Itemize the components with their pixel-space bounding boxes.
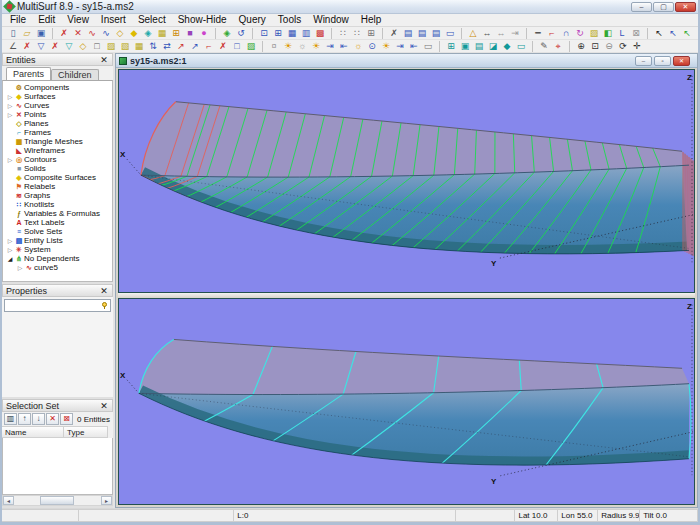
menu-help[interactable]: Help — [355, 14, 388, 26]
window-view-2-icon[interactable]: ⊞ — [271, 27, 285, 39]
arc-tool-icon[interactable]: ∩ — [559, 27, 573, 39]
revsurf-tool-icon[interactable]: ◈ — [141, 27, 155, 39]
menu-insert[interactable]: Insert — [95, 14, 132, 26]
drop-entity-icon[interactable]: ◈ — [220, 27, 234, 39]
entities-panel-header[interactable]: Entities ✕ — [2, 53, 113, 66]
open-folder-icon[interactable]: ▱ — [20, 27, 34, 39]
undo-icon[interactable]: ↺ — [234, 27, 248, 39]
tree-expander-icon[interactable]: ▷ — [6, 237, 14, 244]
tab-stop-icon[interactable]: ⇥ — [508, 27, 522, 39]
hull-3d-smooth-view[interactable]: ZXY — [119, 299, 694, 504]
swap-horz-icon[interactable]: ⇄ — [160, 40, 174, 52]
window-view-active-icon[interactable]: ▩ — [313, 27, 327, 39]
measure-triangle-icon[interactable]: △ — [466, 27, 480, 39]
visibility-note-icon[interactable]: ▭ — [421, 40, 435, 52]
corner-tool-icon[interactable]: ⌐ — [202, 40, 216, 52]
viewport-top[interactable]: ZXY — [118, 69, 695, 293]
column-header-name[interactable]: Name — [2, 426, 64, 438]
angle-snap-icon[interactable]: ∠ — [6, 40, 20, 52]
menu-edit[interactable]: Edit — [32, 14, 61, 26]
tree-item-wireframes[interactable]: ◣Wireframes — [3, 146, 112, 155]
scroll-thumb[interactable] — [40, 496, 74, 505]
surface-tool-icon[interactable]: ◇ — [113, 27, 127, 39]
half-shade-icon[interactable]: ◧ — [601, 27, 615, 39]
tree-expander-icon[interactable]: ▷ — [6, 156, 14, 163]
remove-all-icon[interactable]: ⊠ — [60, 413, 73, 425]
note-balloon-icon[interactable]: ▭ — [443, 27, 457, 39]
hatch-2-icon[interactable]: ▧ — [118, 40, 132, 52]
slab-surface-icon[interactable]: ▭ — [514, 40, 528, 52]
surface-tool-2-icon[interactable]: ◆ — [127, 27, 141, 39]
tri-down-blue-icon[interactable]: ▽ — [34, 40, 48, 52]
show-entity-icon[interactable]: ☀ — [281, 40, 295, 52]
tree-expander-icon[interactable]: ▷ — [6, 111, 14, 118]
pan-view-icon[interactable]: ✛ — [630, 40, 644, 52]
dup-surface-icon[interactable]: ▤ — [472, 40, 486, 52]
tree-item-surfaces[interactable]: ▷◆Surfaces — [3, 92, 112, 101]
menu-show-hide[interactable]: Show-Hide — [172, 14, 233, 26]
dim-extend-icon[interactable]: ↔ — [494, 27, 508, 39]
solid-tool-icon[interactable]: ⊞ — [169, 27, 183, 39]
grid-dots-2-icon[interactable]: ∷ — [350, 27, 364, 39]
maximize-button[interactable]: ▢ — [653, 2, 674, 12]
rotate-view-icon[interactable]: ⟳ — [616, 40, 630, 52]
menu-query[interactable]: Query — [233, 14, 272, 26]
scroll-right-icon[interactable]: ▸ — [101, 496, 112, 505]
show-point-icon[interactable]: ⊙ — [365, 40, 379, 52]
point-tool-icon[interactable]: ✕ — [71, 27, 85, 39]
corner-surface-icon[interactable]: ◪ — [486, 40, 500, 52]
show-next-icon[interactable]: ⇥ — [323, 40, 337, 52]
tree-expander-icon[interactable]: ◢ — [6, 255, 14, 262]
document-title-bar[interactable]: sy15-a.ms2:1 – ▫ ✕ — [116, 54, 697, 68]
properties-panel-header[interactable]: Properties ✕ — [2, 284, 113, 297]
tree-expander-icon[interactable]: ▷ — [6, 93, 14, 100]
zoom-in-icon[interactable]: ⊕ — [574, 40, 588, 52]
copy-surface-icon[interactable]: ⊞ — [444, 40, 458, 52]
pointer-entity-icon[interactable]: ↖ — [680, 27, 694, 39]
probe-target-icon[interactable]: ⌖ — [551, 40, 565, 52]
pin-icon[interactable] — [101, 302, 108, 309]
snake-tool-icon[interactable]: ∿ — [99, 27, 113, 39]
viewport-bottom[interactable]: ZXY — [118, 298, 695, 505]
del-mark-icon[interactable]: ✗ — [216, 40, 230, 52]
del-curve-icon[interactable]: ✗ — [48, 40, 62, 52]
tree-item-graphs[interactable]: ≋Graphs — [3, 191, 112, 200]
title-bar[interactable]: MultiSurf 8.9 - sy15-a.ms2 – ▢ ✕ — [2, 0, 698, 14]
list-copy-1-icon[interactable]: ▤ — [401, 27, 415, 39]
selection-set-header[interactable]: Selection Set ✕ — [2, 399, 113, 412]
hatch-tool-icon[interactable]: ▨ — [587, 27, 601, 39]
column-header-type[interactable]: Type — [64, 426, 108, 438]
hull-3d-wireframe-view[interactable]: ZXY — [119, 70, 694, 292]
label-tool-icon[interactable]: L — [615, 27, 629, 39]
lock-tool-icon[interactable]: ⊠ — [629, 27, 643, 39]
show-parents-icon[interactable]: ☼ — [351, 40, 365, 52]
selection-close-icon[interactable]: ✕ — [99, 401, 109, 411]
del-point-icon[interactable]: ✗ — [20, 40, 34, 52]
square-blue-icon[interactable]: □ — [230, 40, 244, 52]
tree-item-system[interactable]: ▷✳System — [3, 245, 112, 254]
hatch-1-icon[interactable]: ▨ — [104, 40, 118, 52]
loop-tool-icon[interactable]: ↻ — [573, 27, 587, 39]
curve-tool-icon[interactable]: ∿ — [85, 27, 99, 39]
list-copy-3-icon[interactable]: ▤ — [429, 27, 443, 39]
tree-item-components[interactable]: ⚙Components — [3, 83, 112, 92]
swap-vert-icon[interactable]: ⇅ — [146, 40, 160, 52]
dim-horizontal-icon[interactable]: ↔ — [480, 27, 494, 39]
menu-file[interactable]: File — [4, 14, 32, 26]
tree-item-planes[interactable]: ◇Planes — [3, 119, 112, 128]
tab-parents[interactable]: Parents — [6, 67, 51, 80]
hook-tool-icon[interactable]: ⌐ — [545, 27, 559, 39]
hide-all-icon[interactable]: ☼ — [295, 40, 309, 52]
move-up-icon[interactable]: ↑ — [18, 413, 31, 425]
mesh-tool-icon[interactable]: ▦ — [155, 27, 169, 39]
tree-item-composite-surfaces[interactable]: ◈Composite Surfaces — [3, 173, 112, 182]
visibility-prev-icon[interactable]: ⇤ — [407, 40, 421, 52]
tree-item-relabels[interactable]: ⚑Relabels — [3, 182, 112, 191]
minimize-button[interactable]: – — [631, 2, 652, 12]
tree-item-contours[interactable]: ▷◎Contours — [3, 155, 112, 164]
pen-edit-icon[interactable]: ✎ — [537, 40, 551, 52]
remove-item-icon[interactable]: ✕ — [46, 413, 59, 425]
tree-item-curve5[interactable]: ▷∿curve5 — [3, 263, 112, 272]
menu-tools[interactable]: Tools — [272, 14, 307, 26]
tree-item-triangle-meshes[interactable]: ▦Triangle Meshes — [3, 137, 112, 146]
